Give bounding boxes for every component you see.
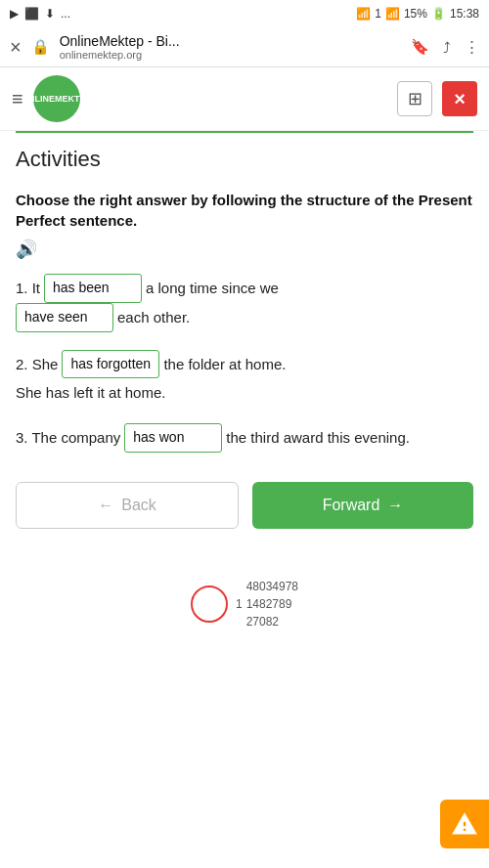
- q2-answer[interactable]: has forgotten: [62, 350, 159, 379]
- navigation-buttons: ← Back Forward →: [16, 482, 473, 529]
- lock-icon: 🔒: [31, 38, 50, 56]
- number-line-1: 48034978: [246, 578, 298, 595]
- browser-action-icons: 🔖 ⤴ ⋮: [411, 38, 479, 56]
- warning-fab[interactable]: [440, 800, 489, 848]
- battery-level: 15%: [404, 7, 427, 21]
- q2-prefix: 2. She: [16, 352, 58, 377]
- warning-triangle-icon: [451, 810, 478, 838]
- number-line-2: 1482789: [246, 595, 298, 613]
- instructions-text: Choose the right answer by following the…: [16, 190, 473, 231]
- q3-prefix: 3. The company: [16, 425, 120, 451]
- audio-button[interactable]: 🔊: [16, 239, 37, 260]
- main-content: Activities Choose the right answer by fo…: [0, 133, 489, 453]
- q2-suffix: the folder at home.: [163, 352, 286, 377]
- grid-view-button[interactable]: ⊞: [397, 81, 432, 116]
- page-title: Activities: [16, 147, 473, 172]
- logo-text-line2: MEKTEP: [55, 94, 92, 105]
- status-bar: ▶ ⬛ ⬇ ... 📶 1 📶 15% 🔋 15:38: [0, 0, 489, 27]
- forward-button[interactable]: Forward →: [252, 482, 473, 529]
- back-arrow-icon: ←: [98, 497, 113, 514]
- q1-suffix: each other.: [117, 305, 190, 330]
- browser-url: onlinemektep.org: [60, 49, 401, 61]
- question-2: 2. She has forgotten the folder at home.…: [16, 350, 473, 406]
- grid-icon-symbol: ⊞: [408, 88, 422, 109]
- browser-title: OnlineMektep - Bi...: [60, 33, 401, 49]
- header-left: ≡ ONLINE MEKTEP: [12, 75, 80, 122]
- page-number: 1: [236, 597, 243, 611]
- network-bars-icon: 📶: [385, 7, 400, 21]
- speaker-icon: 🔊: [16, 239, 37, 260]
- close-badge-button[interactable]: ×: [442, 81, 477, 116]
- bottom-bar: 1 48034978 1482789 27082: [0, 568, 489, 640]
- play-icon: ▶: [10, 7, 19, 21]
- download-icon: ⬇: [45, 7, 55, 21]
- question-1-line1: 1. It has been a long time since we: [16, 274, 473, 303]
- q3-suffix: the third award this evening.: [226, 425, 410, 451]
- header-right: ⊞ ×: [397, 81, 477, 116]
- bottom-numbers: 48034978 1482789 27082: [246, 578, 298, 630]
- back-label: Back: [121, 497, 156, 514]
- app-header: ≡ ONLINE MEKTEP ⊞ ×: [0, 67, 489, 131]
- wifi-icon: 📶: [356, 7, 371, 21]
- square-icon: ⬛: [24, 7, 39, 21]
- signal-icon: 1: [375, 7, 381, 21]
- q3-answer[interactable]: has won: [124, 423, 222, 453]
- question-3-line1: 3. The company has won the third award t…: [16, 423, 473, 453]
- share-icon[interactable]: ⤴: [443, 39, 451, 56]
- q1-prefix: 1. It: [16, 276, 40, 301]
- browser-bar: × 🔒 OnlineMektep - Bi... onlinemektep.or…: [0, 27, 489, 67]
- q1-answer1[interactable]: has been: [44, 274, 142, 303]
- status-right-icons: 📶 1 📶 15% 🔋 15:38: [356, 7, 479, 21]
- number-line-3: 27082: [246, 613, 298, 630]
- browser-menu-icon[interactable]: ⋮: [465, 38, 479, 56]
- bookmark-icon[interactable]: 🔖: [411, 38, 429, 56]
- question-1-line2: have seen each other.: [16, 303, 473, 332]
- question-2-line1: 2. She has forgotten the folder at home.: [16, 350, 473, 379]
- q1-middle: a long time since we: [146, 276, 279, 301]
- question-3: 3. The company has won the third award t…: [16, 423, 473, 453]
- close-badge-icon: ×: [454, 88, 466, 110]
- back-button[interactable]: ← Back: [16, 482, 239, 529]
- bottom-circle-icon: [191, 586, 228, 623]
- forward-arrow-icon: →: [387, 497, 403, 514]
- question-1: 1. It has been a long time since we have…: [16, 274, 473, 332]
- time-display: 15:38: [450, 7, 479, 21]
- logo-text-line1: ONLINE: [22, 94, 55, 105]
- browser-close-button[interactable]: ×: [10, 36, 22, 59]
- forward-label: Forward: [323, 497, 380, 514]
- url-block: OnlineMektep - Bi... onlinemektep.org: [60, 33, 401, 61]
- app-logo: ONLINE MEKTEP: [33, 75, 80, 122]
- q2-subtext: She has left it at home.: [16, 380, 473, 406]
- more-icon: ...: [61, 7, 70, 21]
- battery-icon: 🔋: [431, 7, 446, 21]
- status-left-icons: ▶ ⬛ ⬇ ...: [10, 7, 70, 21]
- q1-answer2[interactable]: have seen: [16, 303, 113, 332]
